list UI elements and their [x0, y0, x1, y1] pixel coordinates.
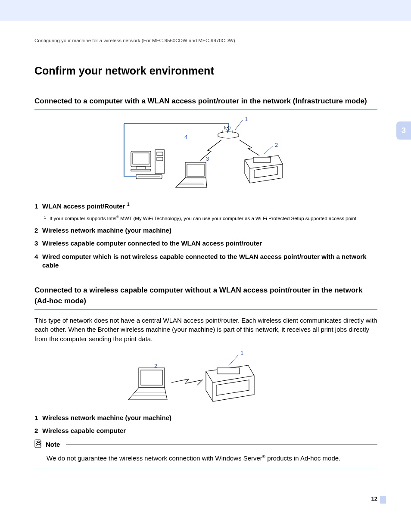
diagram-label-2: 2 — [275, 142, 278, 148]
note-rule — [66, 444, 377, 445]
legend-item: 3 Wireless capable computer connected to… — [34, 239, 377, 248]
note-icon — [34, 439, 43, 449]
svg-rect-13 — [157, 157, 163, 161]
page-number: 12 — [371, 495, 377, 502]
legend-item: 2 Wireless capable computer — [34, 426, 377, 435]
svg-rect-20 — [217, 368, 240, 374]
svg-rect-12 — [157, 152, 163, 156]
legend-list-adhoc: 1 Wireless network machine (your machine… — [34, 414, 377, 436]
printer-icon — [245, 156, 283, 183]
breadcrumb: Configuring your machine for a wireless … — [34, 38, 377, 43]
svg-rect-8 — [133, 153, 149, 164]
desktop-icon — [131, 149, 165, 179]
svg-rect-10 — [131, 169, 151, 171]
note-label: Note — [46, 441, 60, 448]
svg-text:((•)): ((•)) — [224, 125, 230, 130]
legend-item: 2 Wireless network machine (your machine… — [34, 226, 377, 235]
chapter-tab: 3 — [396, 121, 411, 140]
top-accent-strip — [0, 0, 411, 21]
section-heading-adhoc: Connected to a wireless capable computer… — [34, 285, 377, 309]
legend-list-infrastructure: 1 WLAN access point/Router 1 1 If your c… — [34, 201, 377, 270]
svg-line-1 — [264, 146, 273, 154]
printer-icon — [206, 365, 254, 401]
diagram-adhoc: 1 2 — [34, 348, 377, 406]
svg-line-18 — [228, 355, 238, 366]
legend-item: 4 Wired computer which is not wireless c… — [34, 252, 377, 270]
svg-rect-19 — [141, 370, 162, 385]
note-block: Note We do not guarantee the wireless ne… — [34, 439, 377, 468]
laptop-icon — [128, 368, 167, 400]
svg-rect-16 — [187, 164, 204, 176]
svg-rect-9 — [136, 167, 146, 169]
svg-rect-17 — [253, 157, 271, 162]
page-accent — [380, 496, 386, 504]
laptop-icon — [176, 162, 207, 187]
footnote: 1 If your computer supports Intel® MWT (… — [44, 215, 377, 222]
wireless-bolt-icon — [171, 379, 202, 385]
router-icon: ((•)) — [218, 125, 239, 138]
adhoc-description: This type of network does not have a cen… — [34, 316, 377, 344]
diagram-label-1: 1 — [245, 116, 248, 122]
svg-line-0 — [235, 120, 243, 130]
diagram-label-1: 1 — [240, 350, 243, 356]
page-content: Configuring your machine for a wireless … — [0, 21, 411, 468]
note-body: We do not guarantee the wireless network… — [34, 449, 377, 468]
legend-item: 1 Wireless network machine (your machine… — [34, 414, 377, 422]
diagram-infrastructure: 1 2 3 4 ((•)) — [34, 114, 377, 193]
page-title: Confirm your network environment — [34, 65, 377, 77]
diagram-label-3: 3 — [206, 156, 209, 162]
legend-item: 1 WLAN access point/Router 1 — [34, 201, 377, 211]
diagram-label-4: 4 — [184, 134, 187, 140]
section-heading-infrastructure: Connected to a computer with a WLAN acce… — [34, 96, 377, 110]
